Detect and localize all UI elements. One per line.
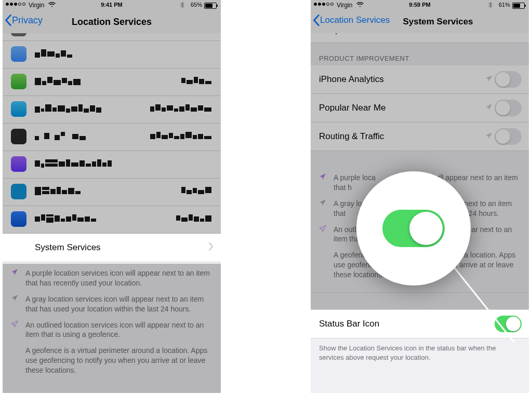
row-label: iPhone Analytics: [319, 74, 384, 85]
app-row[interactable]: [3, 124, 221, 151]
row-label: Routing & Traffic: [319, 131, 384, 142]
location-arrow-icon: [485, 131, 493, 142]
chevron-right-icon: [516, 33, 522, 36]
app-icon: [11, 211, 26, 227]
legend-text: A purple location services icon will app…: [25, 268, 212, 288]
scroll-area[interactable]: System Services A purple location servic…: [3, 33, 221, 393]
battery-pct: 65%: [191, 2, 202, 8]
legend-text: An outlined location services icon will …: [25, 320, 212, 340]
location-arrow-icon: [485, 103, 493, 113]
pixelated-text: [181, 76, 212, 86]
location-arrow-outline-icon: [319, 225, 328, 244]
iphone-analytics-row[interactable]: iPhone Analytics: [311, 65, 529, 94]
battery-icon: [512, 3, 525, 9]
row-label: Status Bar Icon: [319, 319, 379, 329]
footer-text: Show the Location Services icon in the s…: [311, 338, 529, 368]
pixelated-text: [35, 186, 82, 197]
app-row[interactable]: [3, 41, 221, 69]
location-arrow-icon: [485, 74, 493, 85]
pixelated-text: [35, 131, 87, 142]
status-bar: Virgin 9:59 PM 61%: [311, 0, 529, 10]
battery-pct: 61%: [499, 2, 510, 8]
app-icon: [11, 74, 26, 89]
popular-near-me-row[interactable]: Popular Near Me: [311, 94, 529, 123]
app-icon: [11, 101, 26, 117]
legend-geofence: A geofence is a virtual perimeter around…: [3, 342, 221, 377]
app-row[interactable]: [3, 151, 221, 179]
legend-text: A geofence is a virtual perimeter around…: [25, 346, 212, 375]
page-title: Location Services: [3, 17, 221, 28]
location-arrow-icon: [319, 199, 328, 219]
app-row[interactable]: [3, 206, 221, 234]
location-arrow-icon: [11, 268, 20, 288]
svg-line-0: [452, 265, 514, 343]
app-icon: [11, 184, 26, 199]
section-header: PRODUCT IMPROVEMENT: [311, 43, 529, 65]
row-label: Frequent Locations: [319, 33, 395, 35]
app-row[interactable]: [3, 33, 221, 41]
pixelated-text: [35, 213, 97, 225]
app-row[interactable]: [3, 69, 221, 96]
pixelated-text: [35, 76, 82, 87]
bluetooth-icon: [180, 2, 184, 9]
callout-leader-line: [452, 265, 514, 343]
toggle-switch[interactable]: [495, 71, 522, 88]
pixelated-text: [35, 48, 73, 60]
toggle-switch-icon: [382, 210, 445, 247]
toggle-switch[interactable]: [495, 100, 522, 116]
app-icon: [11, 156, 26, 172]
nav-bar: Privacy Location Services: [3, 10, 221, 34]
legend-outline: An outlined location services icon will …: [3, 316, 221, 342]
pixelated-text: [150, 131, 212, 141]
row-label: System Services: [35, 242, 101, 253]
app-row[interactable]: [3, 179, 221, 206]
routing-traffic-row[interactable]: Routing & Traffic: [311, 123, 529, 151]
status-bar: Virgin 9:41 PM 65%: [3, 0, 221, 10]
frequent-locations-row[interactable]: Frequent Locations On: [311, 33, 529, 43]
chevron-right-icon: [208, 242, 214, 253]
app-icon: [11, 129, 26, 144]
clock-label: 9:59 PM: [311, 2, 529, 8]
legend-text: A gray location services icon will appea…: [25, 294, 212, 314]
nav-bar: Location Services System Services: [311, 10, 529, 34]
location-arrow-icon: [443, 33, 450, 35]
page-title: System Services: [311, 17, 529, 27]
app-icon: [11, 46, 26, 62]
pixelated-text: [176, 213, 212, 224]
magnifier-callout: [356, 171, 471, 286]
location-arrow-icon: [11, 294, 20, 314]
legend-gray: A gray location services icon will appea…: [3, 290, 221, 316]
row-value: On: [452, 33, 464, 35]
system-services-row[interactable]: System Services: [3, 234, 221, 262]
bluetooth-icon: [488, 2, 493, 9]
app-row[interactable]: [3, 96, 221, 124]
location-arrow-outline-icon: [11, 320, 20, 340]
location-arrow-icon: [319, 173, 328, 193]
toggle-switch[interactable]: [495, 128, 522, 145]
pixelated-text: [35, 158, 113, 170]
clock-label: 9:41 PM: [3, 2, 221, 8]
pixelated-text: [150, 103, 212, 114]
legend-purple: A purple location services icon will app…: [3, 264, 221, 290]
battery-icon: [204, 3, 217, 9]
pixelated-text: [35, 103, 102, 115]
row-label: Popular Near Me: [319, 103, 386, 113]
pixelated-text: [181, 186, 212, 196]
phone-location-services: Virgin 9:41 PM 65% Privacy Location Serv…: [3, 0, 221, 393]
